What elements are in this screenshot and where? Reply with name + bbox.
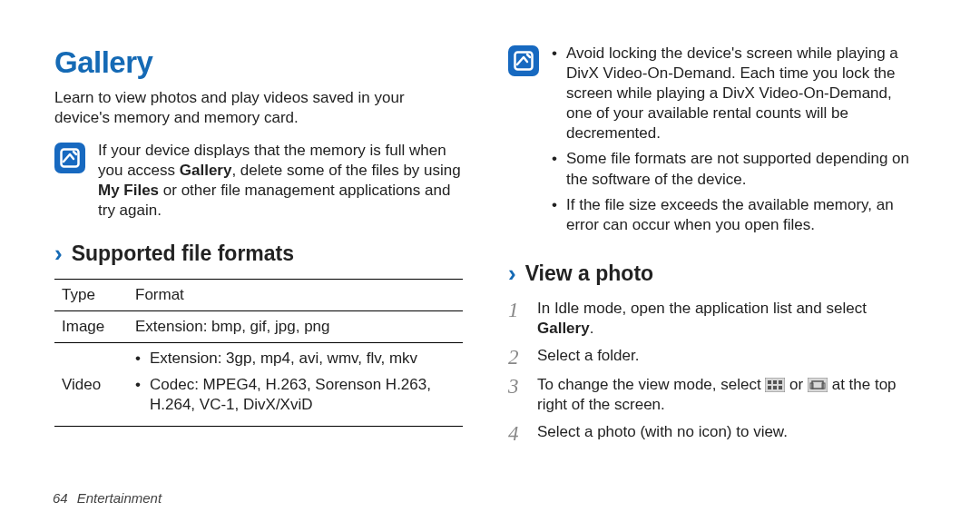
svg-rect-6 — [768, 386, 771, 389]
note-block: If your device displays that the memory … — [54, 141, 463, 221]
step-number: 4 — [508, 423, 526, 444]
list-item: If the file size exceeds the available m… — [552, 195, 916, 235]
step-text: Select a folder. — [537, 346, 916, 366]
list-item: Some file formats are not supported depe… — [552, 149, 916, 189]
step-item: 3 To change the view mode, select — [508, 375, 916, 415]
note-text: , delete some of the files by using — [231, 162, 460, 179]
svg-rect-0 — [62, 150, 79, 167]
section-name: Entertainment — [77, 489, 162, 507]
step-number: 2 — [508, 347, 526, 368]
step-text: In Idle mode, open the application list … — [537, 300, 867, 317]
svg-rect-3 — [768, 380, 771, 384]
subhead-view-photo: › View a photo — [508, 259, 916, 290]
subhead-label: Supported file formats — [72, 241, 294, 268]
subhead-label: View a photo — [525, 261, 653, 288]
step-number: 1 — [508, 300, 526, 320]
note-icon — [508, 45, 539, 76]
table-header-row: Type Format — [54, 280, 463, 311]
intro-text: Learn to view photos and play videos sav… — [54, 88, 463, 128]
step-text: . — [590, 320, 594, 337]
note-body: Avoid locking the device's screen while … — [552, 44, 916, 241]
th-format: Format — [128, 280, 463, 311]
subhead-formats: › Supported file formats — [54, 239, 463, 270]
step-number: 3 — [508, 376, 526, 397]
svg-rect-1 — [515, 53, 533, 70]
grid-view-icon — [765, 377, 785, 393]
step-bold-gallery: Gallery — [537, 320, 590, 337]
svg-rect-2 — [765, 378, 785, 392]
list-item: Avoid locking the device's screen while … — [552, 44, 916, 143]
page-number: 64 — [53, 489, 68, 507]
page: Gallery Learn to view photos and play vi… — [0, 0, 980, 532]
page-title: Gallery — [54, 44, 463, 83]
steps-list: 1 In Idle mode, open the application lis… — [508, 299, 916, 444]
note-icon — [54, 143, 85, 173]
svg-rect-7 — [773, 386, 777, 389]
note-bold-gallery: Gallery — [180, 162, 232, 179]
step-text: Select a photo (with no icon) to view. — [537, 422, 916, 442]
table-row: Image Extension: bmp, gif, jpg, png — [54, 311, 463, 343]
cell-format: Extension: 3gp, mp4, avi, wmv, flv, mkv … — [128, 343, 463, 426]
note-bold-myfiles: My Files — [98, 182, 159, 199]
step-text: or — [789, 376, 808, 393]
formats-table: Type Format Image Extension: bmp, gif, j… — [54, 279, 463, 426]
svg-rect-4 — [773, 380, 777, 384]
svg-rect-8 — [779, 386, 782, 389]
list-item: Extension: 3gp, mp4, avi, wmv, flv, mkv — [135, 349, 456, 369]
cell-type: Video — [54, 343, 128, 426]
note-body: If your device displays that the memory … — [98, 141, 463, 221]
page-footer: 64 Entertainment — [53, 489, 162, 507]
chevron-right-icon: › — [54, 239, 63, 270]
note-block: Avoid locking the device's screen while … — [508, 44, 916, 241]
th-type: Type — [54, 280, 128, 311]
step-item: 4 Select a photo (with no icon) to view. — [508, 422, 916, 444]
list-item: Codec: MPEG4, H.263, Sorenson H.263, H.2… — [135, 375, 456, 415]
chevron-right-icon: › — [508, 259, 516, 290]
left-column: Gallery Learn to view photos and play vi… — [54, 44, 463, 505]
step-item: 1 In Idle mode, open the application lis… — [508, 299, 916, 339]
right-column: Avoid locking the device's screen while … — [508, 44, 916, 505]
cell-format: Extension: bmp, gif, jpg, png — [128, 311, 463, 343]
svg-rect-5 — [779, 380, 782, 384]
cell-type: Image — [54, 311, 128, 343]
step-text: To change the view mode, select — [537, 376, 765, 393]
stack-view-icon — [808, 377, 828, 393]
step-item: 2 Select a folder. — [508, 346, 916, 368]
table-row: Video Extension: 3gp, mp4, avi, wmv, flv… — [54, 343, 463, 426]
